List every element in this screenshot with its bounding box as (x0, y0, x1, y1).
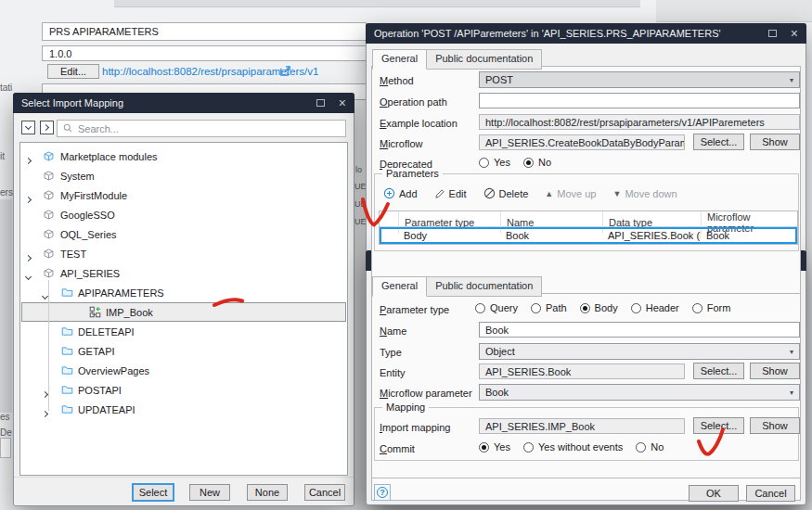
tree-item-api-series[interactable]: API_SERIES (20, 264, 347, 284)
delete-button[interactable]: Delete (483, 187, 529, 199)
restore-icon[interactable] (316, 99, 325, 107)
module-icon (43, 170, 55, 184)
service-version-field[interactable] (42, 45, 367, 61)
expand-all-button[interactable] (21, 121, 35, 134)
radio-option-no[interactable]: No (636, 441, 664, 453)
radio-icon[interactable] (479, 442, 489, 453)
type-dropdown[interactable]: Object ▾ (479, 343, 800, 360)
method-dropdown[interactable]: POST ▾ (479, 71, 800, 88)
radio-icon[interactable] (692, 303, 702, 313)
radio-icon[interactable] (523, 158, 534, 168)
background-text-fragment: De (0, 427, 12, 438)
tree-item-getapi[interactable]: GETAPI (20, 342, 347, 362)
search-box[interactable] (57, 120, 346, 137)
microflow-select-button[interactable]: Select... (693, 134, 744, 150)
tree-item-system[interactable]: System (20, 167, 347, 186)
restore-icon[interactable] (768, 30, 777, 37)
background-text-fragment: tati (0, 83, 12, 93)
tree-item-test[interactable]: TEST (20, 245, 347, 264)
tab-public-documentation[interactable]: Public documentation (426, 49, 542, 70)
entity-select-button[interactable]: Select... (693, 363, 744, 379)
radio-icon[interactable] (631, 303, 641, 313)
service-name-field[interactable] (42, 22, 367, 41)
module-icon (43, 150, 55, 164)
tree-item-updateapi[interactable]: UPDATEAPI (20, 401, 347, 420)
entity-show-button[interactable]: Show (750, 363, 800, 379)
background-text-fragment: lo (355, 165, 362, 174)
module-icon (43, 228, 55, 242)
help-button[interactable]: ? (374, 484, 391, 501)
radio-icon[interactable] (580, 303, 590, 313)
external-link-icon[interactable] (279, 65, 291, 77)
radio-icon[interactable] (475, 303, 485, 313)
radio-icon[interactable] (479, 158, 489, 168)
cancel-button[interactable]: Cancel (746, 485, 795, 502)
expander-expanded-icon[interactable] (43, 289, 47, 300)
edit-button[interactable]: Edit (434, 188, 467, 199)
radio-option-query[interactable]: Query (475, 302, 518, 313)
expander-collapsed-icon[interactable] (26, 251, 31, 262)
tree-item-oql-series[interactable]: OQL_Series (20, 225, 347, 245)
move-down-button[interactable]: ▼ Move down (612, 188, 677, 199)
microflow-parameter-dropdown[interactable]: Book ▾ (479, 384, 800, 401)
expander-expanded-icon[interactable] (26, 270, 31, 281)
tree-item-myfirstmodule[interactable]: MyFirstModule (20, 186, 347, 206)
tree-item-deleteapi[interactable]: DELETEAPI (20, 323, 347, 342)
radio-option-yes[interactable]: Yes (479, 441, 510, 453)
chevron-down-icon: ▾ (790, 348, 793, 356)
tree-item-imp-book[interactable]: IMP_Book (20, 303, 347, 323)
move-up-button[interactable]: ▲ Move up (545, 188, 596, 199)
module-tree[interactable]: Marketplace modules System MyFirstModule… (19, 142, 348, 476)
folder-icon (61, 384, 73, 398)
tree-item-overviewpages[interactable]: OverviewPages (20, 362, 347, 381)
dialog-titlebar[interactable]: Select Import Mapping × (13, 93, 354, 113)
table-row[interactable]: Body Book API_SERIES.Book (IMP_Bo... Boo… (380, 227, 797, 244)
radio-icon[interactable] (636, 442, 646, 453)
close-icon[interactable]: × (339, 96, 346, 109)
radio-icon[interactable] (523, 442, 534, 453)
radio-option-body[interactable]: Body (580, 302, 618, 313)
expander-collapsed-icon[interactable] (43, 388, 47, 399)
radio-option-path[interactable]: Path (531, 302, 567, 313)
example-location-value: http://localhost:8082/rest/prsapiparamet… (479, 114, 800, 130)
expander-collapsed-icon[interactable] (26, 193, 31, 204)
expander-collapsed-icon[interactable] (43, 407, 47, 418)
dialog-titlebar[interactable]: Operation 'POST /APIParemeters' in 'API_… (366, 23, 806, 44)
none-button[interactable]: None (247, 484, 288, 501)
import-mapping-select-button[interactable]: Select... (693, 417, 744, 434)
operation-path-input[interactable] (479, 93, 800, 108)
collapse-all-button[interactable] (40, 121, 54, 134)
select-button[interactable]: Select (133, 484, 174, 501)
radio-option-no[interactable]: No (523, 157, 551, 168)
microflow-show-button[interactable]: Show (750, 134, 800, 150)
microflow-label: Microflow (380, 138, 422, 149)
background-text-fragment: it (0, 151, 5, 161)
import-mapping-show-button[interactable]: Show (750, 417, 800, 434)
radio-option-yes-without-events[interactable]: Yes without events (523, 441, 623, 453)
background-panel-top-right (656, 0, 812, 22)
tab-public-documentation[interactable]: Public documentation (426, 276, 542, 297)
add-button[interactable]: Add (383, 187, 418, 199)
name-input[interactable] (479, 322, 800, 338)
ok-button[interactable]: OK (689, 485, 739, 502)
cancel-button[interactable]: Cancel (304, 484, 345, 501)
new-button[interactable]: New (189, 484, 230, 501)
tree-item-apiparameters[interactable]: APIPARAMETERS (20, 284, 347, 303)
import-mapping-value: API_SERIES.IMP_Book (479, 418, 685, 434)
tab-general[interactable]: General (372, 276, 427, 297)
dialog-title: Select Import Mapping (21, 97, 316, 108)
expander-collapsed-icon[interactable] (26, 154, 31, 165)
tree-item-googlesso[interactable]: GoogleSSO (20, 206, 347, 225)
radio-option-header[interactable]: Header (631, 302, 679, 313)
search-input[interactable] (78, 123, 341, 134)
radio-option-form[interactable]: Form (692, 302, 731, 313)
radio-option-yes[interactable]: Yes (479, 157, 510, 168)
tree-item-postapi[interactable]: POSTAPI (20, 381, 347, 401)
radio-icon[interactable] (531, 303, 541, 313)
close-icon[interactable]: × (791, 27, 798, 40)
module-icon (43, 209, 55, 223)
tree-item-marketplace-modules[interactable]: Marketplace modules (20, 147, 347, 167)
edit-button[interactable]: Edit... (47, 64, 99, 79)
arrow-down-icon: ▼ (612, 189, 621, 198)
tab-general[interactable]: General (372, 49, 427, 70)
